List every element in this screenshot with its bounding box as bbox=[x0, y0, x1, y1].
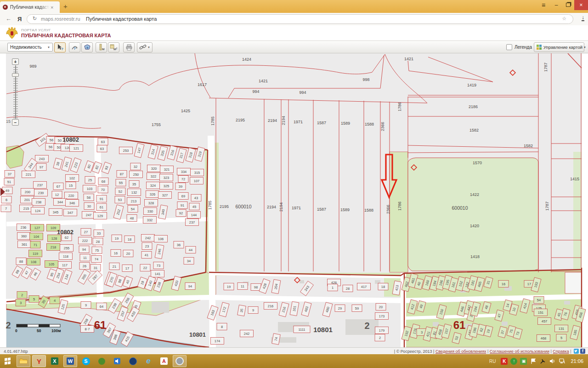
parcel-cell[interactable]: 321 bbox=[160, 166, 174, 173]
parcel-cell[interactable]: 73 bbox=[153, 262, 164, 269]
parcel-cell[interactable]: 27 bbox=[81, 229, 91, 236]
parcel-label[interactable]: 1588 bbox=[365, 122, 374, 126]
parcel-cell[interactable]: 238 bbox=[32, 199, 45, 206]
parcel-cell[interactable]: 3 bbox=[16, 299, 26, 306]
parcel-cell[interactable]: 91 bbox=[96, 196, 107, 202]
parcel-cell[interactable]: 23 bbox=[142, 243, 152, 250]
parcel-cell[interactable]: 108 bbox=[27, 259, 40, 265]
parcel-cell[interactable]: 94 bbox=[79, 246, 89, 253]
parcel-cell[interactable]: 87 bbox=[117, 171, 127, 178]
parcel-label[interactable]: 1421 bbox=[404, 57, 413, 61]
parcel-label[interactable]: 1424 bbox=[242, 57, 251, 62]
parcel-cell[interactable]: 15 bbox=[66, 182, 76, 189]
parcel-cell[interactable]: 2 bbox=[375, 334, 385, 341]
parcel-cell[interactable]: 52 bbox=[115, 188, 125, 195]
parcel-cell[interactable]: 361 bbox=[18, 241, 31, 248]
parcel-cell[interactable]: 124 bbox=[31, 207, 45, 214]
parcel-cell[interactable]: 74 bbox=[91, 256, 102, 263]
parcel-cell[interactable]: 54 bbox=[534, 297, 544, 304]
parcel-cell[interactable]: 221 bbox=[22, 171, 35, 178]
parcel-cell[interactable]: 58 bbox=[84, 194, 94, 201]
browser-menu-icon[interactable]: ≡ bbox=[537, 1, 550, 9]
parcel-cell[interactable]: 20 bbox=[376, 304, 386, 310]
adobe-reader-taskbar-button[interactable]: A bbox=[157, 355, 171, 367]
parcel-cell[interactable]: 132 bbox=[128, 189, 141, 196]
parcel-cell[interactable]: 72 bbox=[178, 176, 188, 183]
parcel-cell[interactable]: 173 bbox=[375, 313, 389, 320]
parcel-cell[interactable]: 5 bbox=[29, 296, 39, 303]
map-control-button[interactable]: Управление картой ▼ bbox=[534, 42, 584, 52]
parcel-cell[interactable]: 18 bbox=[124, 236, 135, 243]
language-indicator[interactable]: RU bbox=[489, 359, 496, 364]
parcel-label[interactable]: 998 bbox=[362, 77, 369, 82]
parcel-cell[interactable]: 16 bbox=[498, 281, 509, 288]
footer-link[interactable]: Сведения об обновлениях bbox=[435, 349, 486, 354]
parcel-cell[interactable]: 34 bbox=[184, 258, 194, 264]
parcel-cell[interactable]: 8 bbox=[217, 323, 227, 330]
parcel-cell[interactable]: 26 bbox=[79, 263, 90, 270]
parcel-cell[interactable]: 2 bbox=[17, 292, 27, 299]
parcel-cell[interactable]: 468 bbox=[537, 335, 550, 342]
zoom-slider-handle[interactable] bbox=[12, 73, 19, 77]
measure-line-tool-button[interactable]: ? bbox=[69, 42, 80, 52]
parcel-cell[interactable]: 324 bbox=[147, 182, 160, 189]
parcel-cell[interactable]: 179 bbox=[375, 327, 389, 334]
parcel-cell[interactable]: 151 bbox=[534, 309, 548, 316]
measure-area-tool-button[interactable]: ? bbox=[81, 42, 93, 52]
parcel-label[interactable]: 2366 bbox=[386, 205, 390, 214]
update-tray-icon[interactable]: ↑ bbox=[510, 358, 517, 365]
parcel-label[interactable]: 1415 bbox=[570, 177, 579, 181]
parcel-label[interactable]: 1419 bbox=[467, 83, 476, 87]
parcel-cell[interactable]: 6 bbox=[1, 196, 11, 203]
parcel-cell[interactable]: 31 bbox=[90, 264, 101, 271]
parcel-cell[interactable]: 144 bbox=[187, 212, 201, 218]
yandex-logo-icon[interactable]: Я bbox=[17, 16, 22, 23]
parcel-label[interactable]: 1589 bbox=[341, 121, 350, 126]
parcel-label[interactable]: 1786 bbox=[397, 201, 402, 211]
browser-tab[interactable]: Публичная кадастров × bbox=[0, 1, 60, 13]
parcel-cell[interactable]: 104 bbox=[30, 233, 43, 240]
search-type-select[interactable]: Недвижимость ▼ bbox=[7, 43, 53, 52]
url-input[interactable]: ↻ maps.rosreestr.ru Публичная кадастрова… bbox=[27, 14, 573, 24]
parcel-cell[interactable]: 21 bbox=[109, 263, 119, 270]
parcel-cell[interactable]: 344 bbox=[54, 199, 67, 206]
footer-link[interactable]: Соглашение об использовании bbox=[490, 349, 549, 354]
parcel-cell[interactable]: 74 bbox=[272, 334, 281, 345]
parcel-cell[interactable]: 91 bbox=[177, 202, 187, 209]
parcel-cell[interactable]: 131 bbox=[555, 325, 568, 332]
antenna-tray-icon[interactable] bbox=[539, 358, 546, 365]
parcel-label[interactable]: 1582 bbox=[469, 128, 479, 132]
parcel-cell[interactable]: 92 bbox=[176, 210, 186, 217]
parcel-label[interactable]: 1425 bbox=[181, 109, 190, 113]
parcel-label[interactable]: 2195 bbox=[236, 118, 245, 122]
parcel-cell[interactable]: 360 bbox=[17, 233, 31, 240]
parcel-cell[interactable]: 103 bbox=[83, 185, 96, 192]
parcel-cell[interactable]: 332 bbox=[143, 217, 157, 224]
parcel-cell[interactable]: 417 bbox=[357, 283, 371, 290]
reload-icon[interactable]: ↻ bbox=[33, 16, 37, 22]
parcel-cell[interactable]: 330 bbox=[144, 208, 157, 215]
parcel-cell[interactable]: 216 bbox=[264, 303, 277, 310]
parcel-cell[interactable]: 18 bbox=[378, 283, 388, 290]
parcel-cell[interactable]: 7 bbox=[1, 205, 11, 212]
footer-link[interactable]: Справка bbox=[553, 349, 569, 354]
file-explorer-taskbar-button[interactable] bbox=[17, 355, 30, 367]
parcel-label[interactable]: 2194 bbox=[268, 118, 277, 123]
kaspersky-tray-icon[interactable]: K bbox=[501, 358, 508, 365]
parcel-cell[interactable]: 121 bbox=[70, 145, 83, 152]
quarter-label[interactable]: 2 bbox=[364, 321, 369, 331]
parcel-cell[interactable]: 1111 bbox=[294, 326, 310, 333]
parcel-cell[interactable]: 200 bbox=[21, 189, 34, 196]
green-app-tray-icon[interactable]: ▣ bbox=[520, 358, 527, 365]
parcel-label[interactable]: 2194 bbox=[281, 116, 286, 125]
globe-app-taskbar-button[interactable] bbox=[126, 355, 140, 367]
share-link-button[interactable]: ▼ bbox=[137, 42, 153, 52]
parcel-cell[interactable]: 9 bbox=[81, 302, 91, 309]
parcel-label[interactable]: 2186 bbox=[469, 104, 478, 109]
parcel-label[interactable]: 1588 bbox=[364, 208, 373, 213]
parcel-cell[interactable]: 98 bbox=[251, 284, 261, 291]
parcel-cell[interactable]: 346 bbox=[66, 200, 79, 207]
parcel-label[interactable]: 1421 bbox=[259, 79, 268, 83]
parcel-cell[interactable]: 88 bbox=[16, 258, 26, 265]
parcel-cell[interactable]: 22 bbox=[140, 264, 150, 271]
